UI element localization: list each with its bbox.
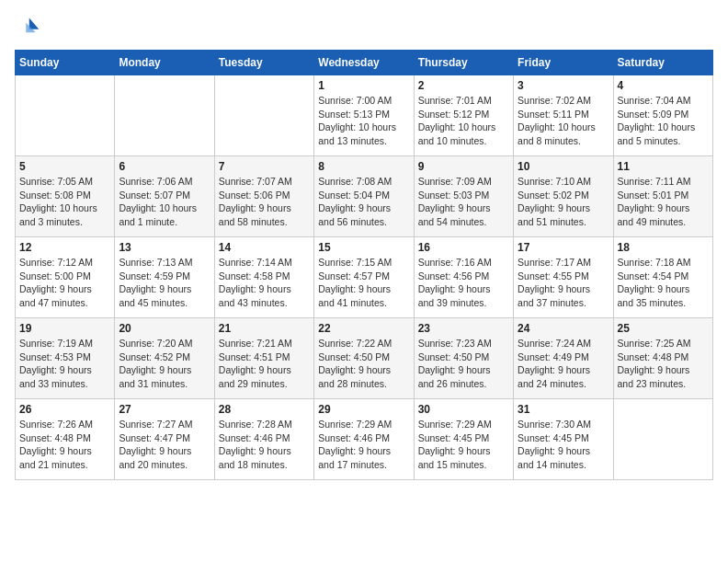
day-number: 21 <box>219 322 310 335</box>
calendar-cell: 6Sunrise: 7:06 AMSunset: 5:07 PMDaylight… <box>115 156 214 237</box>
weekday-header-thursday: Thursday <box>414 51 513 75</box>
day-info: Sunrise: 7:00 AMSunset: 5:13 PMDaylight:… <box>318 94 409 148</box>
day-info: Sunrise: 7:11 AMSunset: 5:01 PMDaylight:… <box>618 175 709 229</box>
calendar-cell: 31Sunrise: 7:30 AMSunset: 4:45 PMDayligh… <box>514 399 613 480</box>
calendar-cell: 3Sunrise: 7:02 AMSunset: 5:11 PMDaylight… <box>514 75 613 156</box>
day-number: 7 <box>219 160 310 173</box>
calendar-cell: 28Sunrise: 7:28 AMSunset: 4:46 PMDayligh… <box>214 399 313 480</box>
calendar-cell: 30Sunrise: 7:29 AMSunset: 4:45 PMDayligh… <box>414 399 513 480</box>
calendar-week-row: 26Sunrise: 7:26 AMSunset: 4:48 PMDayligh… <box>16 399 713 480</box>
calendar-cell: 7Sunrise: 7:07 AMSunset: 5:06 PMDaylight… <box>214 156 313 237</box>
calendar-cell: 20Sunrise: 7:20 AMSunset: 4:52 PMDayligh… <box>115 318 214 399</box>
calendar-cell: 15Sunrise: 7:15 AMSunset: 4:57 PMDayligh… <box>314 237 414 318</box>
day-info: Sunrise: 7:05 AMSunset: 5:08 PMDaylight:… <box>19 175 110 229</box>
day-number: 15 <box>318 241 409 254</box>
calendar-cell: 17Sunrise: 7:17 AMSunset: 4:55 PMDayligh… <box>514 237 613 318</box>
calendar-cell: 11Sunrise: 7:11 AMSunset: 5:01 PMDayligh… <box>613 156 712 237</box>
calendar-cell: 10Sunrise: 7:10 AMSunset: 5:02 PMDayligh… <box>514 156 613 237</box>
day-number: 10 <box>518 160 609 173</box>
day-info: Sunrise: 7:16 AMSunset: 4:56 PMDaylight:… <box>418 256 509 310</box>
weekday-header-wednesday: Wednesday <box>314 51 414 75</box>
day-number: 20 <box>119 322 210 335</box>
day-info: Sunrise: 7:15 AMSunset: 4:57 PMDaylight:… <box>318 256 409 310</box>
day-info: Sunrise: 7:13 AMSunset: 4:59 PMDaylight:… <box>119 256 210 310</box>
day-info: Sunrise: 7:24 AMSunset: 4:49 PMDaylight:… <box>518 337 609 391</box>
day-number: 22 <box>318 322 409 335</box>
day-info: Sunrise: 7:01 AMSunset: 5:12 PMDaylight:… <box>418 94 509 148</box>
day-number: 28 <box>219 403 310 416</box>
day-number: 24 <box>518 322 609 335</box>
calendar-cell: 13Sunrise: 7:13 AMSunset: 4:59 PMDayligh… <box>115 237 214 318</box>
day-info: Sunrise: 7:18 AMSunset: 4:54 PMDaylight:… <box>618 256 709 310</box>
day-info: Sunrise: 7:09 AMSunset: 5:03 PMDaylight:… <box>418 175 509 229</box>
day-number: 25 <box>618 322 709 335</box>
day-info: Sunrise: 7:08 AMSunset: 5:04 PMDaylight:… <box>318 175 409 229</box>
day-number: 1 <box>318 79 409 92</box>
day-info: Sunrise: 7:21 AMSunset: 4:51 PMDaylight:… <box>219 337 310 391</box>
calendar-cell <box>214 75 313 156</box>
day-info: Sunrise: 7:17 AMSunset: 4:55 PMDaylight:… <box>518 256 609 310</box>
day-info: Sunrise: 7:28 AMSunset: 4:46 PMDaylight:… <box>219 418 310 472</box>
calendar-cell: 4Sunrise: 7:04 AMSunset: 5:09 PMDaylight… <box>613 75 712 156</box>
logo-icon <box>15 15 40 40</box>
calendar-cell: 14Sunrise: 7:14 AMSunset: 4:58 PMDayligh… <box>214 237 313 318</box>
calendar-cell: 16Sunrise: 7:16 AMSunset: 4:56 PMDayligh… <box>414 237 513 318</box>
day-number: 6 <box>119 160 210 173</box>
calendar-week-row: 5Sunrise: 7:05 AMSunset: 5:08 PMDaylight… <box>16 156 713 237</box>
calendar-cell <box>16 75 115 156</box>
day-number: 5 <box>19 160 110 173</box>
day-number: 13 <box>119 241 210 254</box>
page-header <box>15 15 713 40</box>
day-info: Sunrise: 7:25 AMSunset: 4:48 PMDaylight:… <box>618 337 709 391</box>
day-info: Sunrise: 7:19 AMSunset: 4:53 PMDaylight:… <box>19 337 110 391</box>
weekday-header-monday: Monday <box>115 51 214 75</box>
logo <box>15 15 44 40</box>
day-number: 12 <box>19 241 110 254</box>
calendar-cell: 21Sunrise: 7:21 AMSunset: 4:51 PMDayligh… <box>214 318 313 399</box>
day-number: 17 <box>518 241 609 254</box>
calendar-cell: 18Sunrise: 7:18 AMSunset: 4:54 PMDayligh… <box>613 237 712 318</box>
calendar-cell <box>613 399 712 480</box>
calendar-table: SundayMondayTuesdayWednesdayThursdayFrid… <box>15 50 713 480</box>
calendar-cell: 23Sunrise: 7:23 AMSunset: 4:50 PMDayligh… <box>414 318 513 399</box>
calendar-cell: 27Sunrise: 7:27 AMSunset: 4:47 PMDayligh… <box>115 399 214 480</box>
day-number: 18 <box>618 241 709 254</box>
day-info: Sunrise: 7:26 AMSunset: 4:48 PMDaylight:… <box>19 418 110 472</box>
calendar-cell: 1Sunrise: 7:00 AMSunset: 5:13 PMDaylight… <box>314 75 414 156</box>
calendar-header-row: SundayMondayTuesdayWednesdayThursdayFrid… <box>16 51 713 75</box>
calendar-cell: 25Sunrise: 7:25 AMSunset: 4:48 PMDayligh… <box>613 318 712 399</box>
calendar-week-row: 12Sunrise: 7:12 AMSunset: 5:00 PMDayligh… <box>16 237 713 318</box>
weekday-header-friday: Friday <box>514 51 613 75</box>
day-number: 27 <box>119 403 210 416</box>
day-info: Sunrise: 7:20 AMSunset: 4:52 PMDaylight:… <box>119 337 210 391</box>
day-number: 31 <box>518 403 609 416</box>
day-number: 3 <box>518 79 609 92</box>
day-number: 11 <box>618 160 709 173</box>
day-number: 14 <box>219 241 310 254</box>
calendar-cell: 2Sunrise: 7:01 AMSunset: 5:12 PMDaylight… <box>414 75 513 156</box>
day-info: Sunrise: 7:10 AMSunset: 5:02 PMDaylight:… <box>518 175 609 229</box>
day-number: 8 <box>318 160 409 173</box>
calendar-cell: 12Sunrise: 7:12 AMSunset: 5:00 PMDayligh… <box>16 237 115 318</box>
day-info: Sunrise: 7:22 AMSunset: 4:50 PMDaylight:… <box>318 337 409 391</box>
day-info: Sunrise: 7:29 AMSunset: 4:46 PMDaylight:… <box>318 418 409 472</box>
day-number: 26 <box>19 403 110 416</box>
calendar-cell: 26Sunrise: 7:26 AMSunset: 4:48 PMDayligh… <box>16 399 115 480</box>
weekday-header-tuesday: Tuesday <box>214 51 313 75</box>
calendar-cell: 19Sunrise: 7:19 AMSunset: 4:53 PMDayligh… <box>16 318 115 399</box>
day-number: 29 <box>318 403 409 416</box>
weekday-header-sunday: Sunday <box>16 51 115 75</box>
day-number: 23 <box>418 322 509 335</box>
weekday-header-saturday: Saturday <box>613 51 712 75</box>
calendar-cell: 29Sunrise: 7:29 AMSunset: 4:46 PMDayligh… <box>314 399 414 480</box>
day-info: Sunrise: 7:29 AMSunset: 4:45 PMDaylight:… <box>418 418 509 472</box>
day-number: 9 <box>418 160 509 173</box>
day-info: Sunrise: 7:12 AMSunset: 5:00 PMDaylight:… <box>19 256 110 310</box>
day-info: Sunrise: 7:14 AMSunset: 4:58 PMDaylight:… <box>219 256 310 310</box>
day-info: Sunrise: 7:07 AMSunset: 5:06 PMDaylight:… <box>219 175 310 229</box>
day-info: Sunrise: 7:06 AMSunset: 5:07 PMDaylight:… <box>119 175 210 229</box>
calendar-cell: 9Sunrise: 7:09 AMSunset: 5:03 PMDaylight… <box>414 156 513 237</box>
day-number: 2 <box>418 79 509 92</box>
day-info: Sunrise: 7:27 AMSunset: 4:47 PMDaylight:… <box>119 418 210 472</box>
day-number: 30 <box>418 403 509 416</box>
